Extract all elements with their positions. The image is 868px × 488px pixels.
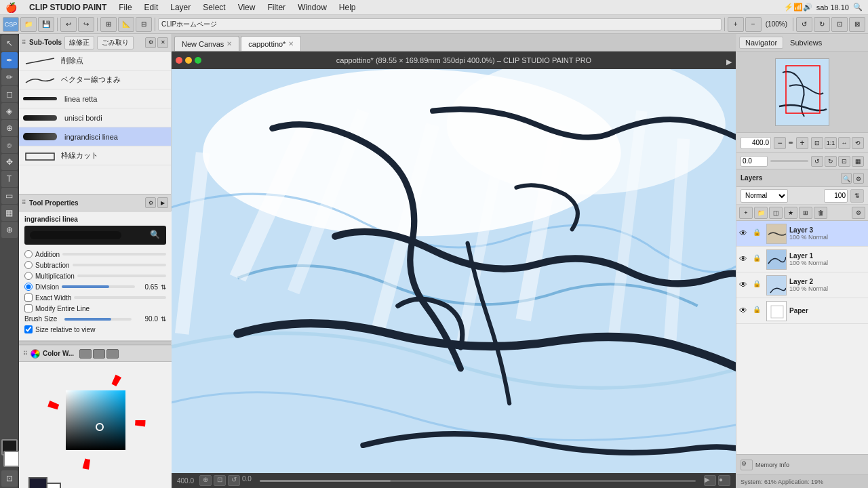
toolbar-undo-btn[interactable]: ↩ <box>60 17 77 32</box>
canvas-close-btn[interactable] <box>176 57 182 64</box>
rotation-slider[interactable] <box>770 160 808 162</box>
zoom-slider[interactable] <box>789 142 793 144</box>
zoom-extra2-btn[interactable]: ⟲ <box>852 137 864 149</box>
menu-item-help[interactable]: Help <box>334 1 361 14</box>
sub-tools-btn2[interactable]: ごみ取り <box>97 36 134 49</box>
tool-brush[interactable]: ✏ <box>1 69 18 85</box>
toolbar-zoom-out-btn[interactable]: − <box>745 17 762 32</box>
canvas-viewport[interactable] <box>172 69 736 473</box>
blend-subtraction-slider[interactable] <box>73 264 166 266</box>
toolbar-extra-btn2[interactable]: ↻ <box>814 17 830 32</box>
tool-eraser[interactable]: ◻ <box>1 86 18 102</box>
toolbar-extra-btn4[interactable]: ⊠ <box>849 17 865 32</box>
tool-props-settings-btn[interactable]: ⚙ <box>145 197 156 208</box>
canvas-maximize-btn[interactable] <box>195 57 201 64</box>
blend-division-spinner[interactable]: ⇅ <box>161 283 166 291</box>
toolbar-save-btn[interactable]: 💾 <box>38 17 54 32</box>
zoom-fit-btn[interactable]: ⊡ <box>811 137 823 149</box>
brush-size-slider[interactable] <box>64 318 132 321</box>
layer-3-eye[interactable]: 👁 <box>739 228 750 239</box>
nav-tab-navigator[interactable]: Navigator <box>739 37 783 49</box>
rot-reset-btn[interactable]: ⊡ <box>838 156 850 167</box>
menu-item-view[interactable]: View <box>233 1 261 14</box>
tool-shape[interactable]: ▭ <box>1 188 18 204</box>
layers-search-btn[interactable]: 🔍 <box>841 173 852 184</box>
toolbar-extra-btn1[interactable]: ↺ <box>796 17 812 32</box>
layer-folder-btn[interactable]: 📁 <box>754 207 768 219</box>
sub-tool-item-unisci[interactable]: unisci bordi <box>19 108 171 127</box>
footer-fit-btn[interactable]: ⊡ <box>214 475 226 486</box>
layer-1-lock[interactable]: 🔒 <box>753 254 764 265</box>
sub-tool-item-frame-cut[interactable]: 枠線カット <box>19 146 171 165</box>
toolbar-transform-btn[interactable]: ⊞ <box>100 17 117 32</box>
footer-scroll-bar[interactable] <box>260 480 696 482</box>
sub-tools-delete-btn[interactable]: ✕ <box>157 37 168 48</box>
layer-item-2[interactable]: 👁 🔒 Layer 2 100 % Normal <box>736 272 868 298</box>
layer-2-lock[interactable]: 🔒 <box>753 280 764 291</box>
layer-item-1[interactable]: 👁 🔒 Layer 1 100 % Normal <box>736 247 868 272</box>
toolbar-zoom-in-btn[interactable]: + <box>728 17 744 32</box>
background-color-swatch[interactable] <box>3 451 20 467</box>
blend-division-slider[interactable] <box>62 285 135 288</box>
sub-tools-settings-btn[interactable]: ⚙ <box>145 37 156 48</box>
layer-2-eye[interactable]: 👁 <box>739 280 750 291</box>
sub-tools-btn1[interactable]: 線修正 <box>64 36 94 49</box>
layer-1-eye[interactable]: 👁 <box>739 254 750 265</box>
zoom-plus-btn[interactable]: + <box>796 137 808 149</box>
blend-multiplication-radio[interactable] <box>24 272 33 280</box>
sub-tool-item-vector-pinch[interactable]: ベクター線つまみ <box>19 70 171 89</box>
menu-item-layer[interactable]: Layer <box>165 1 196 14</box>
layer-effects-btn[interactable]: ★ <box>784 207 797 219</box>
canvas-tab-main-close[interactable]: ✕ <box>288 40 294 47</box>
menu-item-app[interactable]: CLIP STUDIO PAINT <box>24 1 112 14</box>
blend-division-radio[interactable] <box>24 283 33 291</box>
menu-item-file[interactable]: File <box>113 1 137 14</box>
color-tab-btn1[interactable] <box>79 349 92 359</box>
opacity-spinner[interactable]: ⇅ <box>850 189 864 203</box>
zoom-100-btn[interactable]: 1:1 <box>825 137 837 149</box>
toolbar-extra-btn3[interactable]: ⊡ <box>831 17 848 32</box>
menu-item-select[interactable]: Select <box>197 1 231 14</box>
rot-extra-btn[interactable]: ▦ <box>852 156 864 167</box>
color-tab-btn2[interactable] <box>93 349 105 359</box>
tool-gradient[interactable]: ▦ <box>1 205 18 221</box>
layer-item-paper[interactable]: 👁 🔒 Paper <box>736 298 868 324</box>
color-wheel-container[interactable] <box>41 366 150 474</box>
color-wheel-svg[interactable] <box>41 366 150 474</box>
canvas-tab-main[interactable]: cappottino* ✕ <box>241 36 301 51</box>
toolbar-grid-btn[interactable]: ⊟ <box>136 17 152 32</box>
layer-mask-btn[interactable]: ◫ <box>769 207 783 219</box>
rotation-value-input[interactable] <box>741 156 768 167</box>
toolbar-ruler-btn[interactable]: 📐 <box>118 17 134 32</box>
tool-move[interactable]: ✥ <box>1 154 18 170</box>
foreground-swatch[interactable] <box>28 477 47 488</box>
tool-pen[interactable]: ✒ <box>1 52 18 68</box>
search-icon[interactable]: 🔍 <box>853 3 863 12</box>
zoom-minus-btn[interactable]: − <box>774 137 786 149</box>
layer-3-lock[interactable]: 🔒 <box>753 228 764 239</box>
modify-line-checkbox[interactable] <box>24 304 33 312</box>
rot-cw-btn[interactable]: ↻ <box>825 156 837 167</box>
layers-opacity-input[interactable] <box>824 189 848 203</box>
tool-text[interactable]: T <box>1 171 18 187</box>
canvas-tab-new[interactable]: New Canvas ✕ <box>174 36 239 51</box>
layer-merge-btn[interactable]: ⊞ <box>799 207 812 219</box>
tool-zoom[interactable]: ⊕ <box>1 222 18 238</box>
layer-settings-btn[interactable]: ⚙ <box>852 207 865 219</box>
layer-paper-lock[interactable]: 🔒 <box>753 306 764 317</box>
menu-item-filter[interactable]: Filter <box>262 1 291 14</box>
layer-delete-btn[interactable]: 🗑 <box>814 207 827 219</box>
canvas-tab-new-close[interactable]: ✕ <box>226 40 232 47</box>
layers-settings-btn[interactable]: ⚙ <box>853 173 864 184</box>
size-relative-checkbox[interactable] <box>24 325 33 333</box>
brush-size-spinner[interactable]: ⇅ <box>161 315 166 323</box>
layer-paper-eye[interactable]: 👁 <box>739 306 750 317</box>
sub-tool-item-delete-point[interactable]: 削除点 <box>19 52 171 70</box>
layer-item-3[interactable]: 👁 🔒 Layer 3 100 % Normal <box>736 221 868 247</box>
sub-tool-item-linea-retta[interactable]: linea retta <box>19 89 171 108</box>
blend-multiplication-slider[interactable] <box>77 274 166 277</box>
layers-blend-select[interactable]: Normal <box>741 189 788 203</box>
toolbar-open-btn[interactable]: 📁 <box>20 17 37 32</box>
layer-new-btn[interactable]: + <box>739 207 753 219</box>
menu-item-window[interactable]: Window <box>292 1 332 14</box>
